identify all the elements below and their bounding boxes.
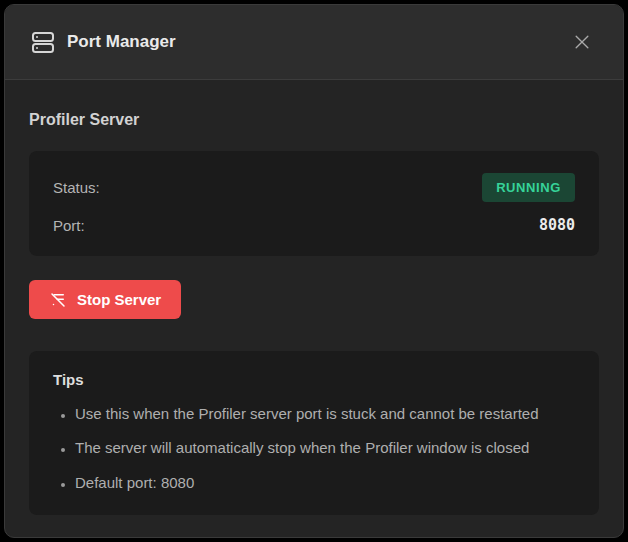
section-heading: Profiler Server	[29, 111, 599, 129]
port-value: 8080	[539, 216, 575, 234]
tips-card: Tips Use this when the Profiler server p…	[29, 351, 599, 515]
close-button[interactable]	[567, 27, 597, 57]
status-badge: RUNNING	[482, 173, 575, 202]
port-row: Port: 8080	[53, 216, 575, 234]
status-row: Status: RUNNING	[53, 173, 575, 202]
tips-heading: Tips	[53, 371, 575, 388]
server-icon	[31, 30, 55, 54]
window-title: Port Manager	[67, 32, 567, 52]
port-manager-dialog: Port Manager Profiler Server Status: RUN…	[4, 4, 624, 538]
tip-item: The server will automatically stop when …	[75, 438, 575, 458]
stop-server-label: Stop Server	[77, 291, 161, 308]
port-label: Port:	[53, 217, 85, 234]
stop-server-button[interactable]: Stop Server	[29, 280, 181, 319]
tips-list: Use this when the Profiler server port i…	[53, 404, 575, 493]
status-card: Status: RUNNING Port: 8080	[29, 151, 599, 256]
tip-item: Default port: 8080	[75, 473, 575, 493]
server-off-icon	[49, 291, 67, 309]
dialog-body: Profiler Server Status: RUNNING Port: 80…	[5, 111, 623, 538]
tip-item: Use this when the Profiler server port i…	[75, 404, 575, 424]
status-label: Status:	[53, 179, 100, 196]
title-bar: Port Manager	[5, 5, 623, 80]
